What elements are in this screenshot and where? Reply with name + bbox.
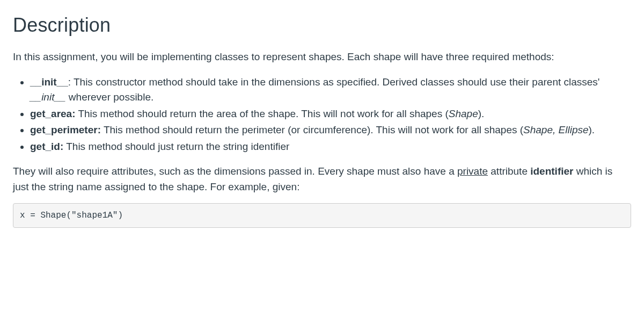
attrs-underlined: private	[457, 166, 488, 177]
method-desc-after: ).	[478, 108, 485, 119]
list-item: get_id: This method should just return t…	[30, 139, 631, 155]
method-desc: : This constructor method should take in…	[68, 76, 600, 88]
attrs-mid: attribute	[488, 166, 530, 177]
intro-paragraph: In this assignment, you will be implemen…	[13, 49, 631, 65]
method-name: get_id:	[30, 141, 63, 152]
method-inline-italic: Shape, Ellipse	[523, 124, 588, 135]
code-block: x = Shape("shape1A")	[13, 203, 631, 228]
method-inline-italic: Shape	[449, 108, 478, 119]
attrs-prefix: They will also require attributes, such …	[13, 166, 457, 177]
method-desc: This method should just return the strin…	[63, 141, 289, 152]
list-item: get_area: This method should return the …	[30, 106, 631, 122]
section-heading: Description	[13, 11, 631, 40]
method-name: get_area:	[30, 108, 76, 119]
method-desc: This method should return the perimeter …	[101, 124, 523, 135]
methods-list: __init__: This constructor method should…	[13, 75, 631, 155]
list-item: get_perimeter: This method should return…	[30, 123, 631, 138]
method-desc-after: ).	[589, 124, 595, 135]
attributes-paragraph: They will also require attributes, such …	[13, 164, 631, 195]
method-name: __init__	[30, 76, 68, 88]
method-desc: This method should return the area of th…	[76, 108, 449, 119]
list-item: __init__: This constructor method should…	[30, 75, 631, 105]
method-inline-italic: __init__	[30, 91, 66, 103]
attrs-bold: identifier	[530, 166, 573, 177]
method-desc-after: wherever possible.	[66, 91, 154, 103]
method-name: get_perimeter:	[30, 124, 101, 135]
